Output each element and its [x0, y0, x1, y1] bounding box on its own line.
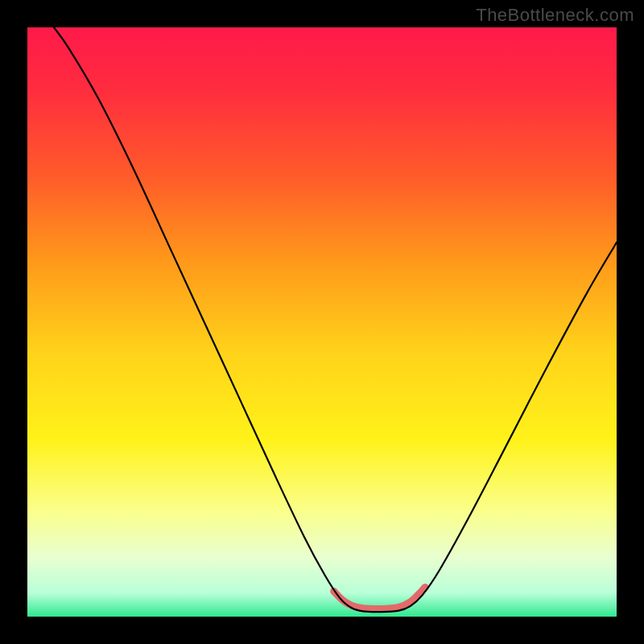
bottleneck-chart [0, 0, 644, 644]
gradient-background [27, 27, 617, 617]
chart-frame: TheBottleneck.com [0, 0, 644, 644]
watermark-text: TheBottleneck.com [476, 5, 634, 26]
